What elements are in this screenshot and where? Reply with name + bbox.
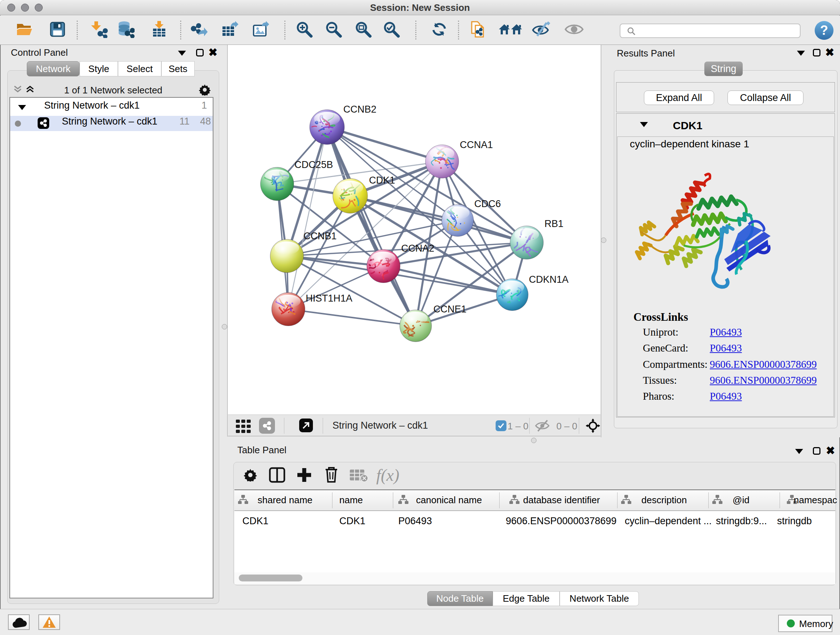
- svg-text:CCNA2: CCNA2: [401, 243, 434, 254]
- svg-text:CCNB2: CCNB2: [343, 104, 377, 115]
- svg-text:CDC25B: CDC25B: [294, 159, 333, 170]
- svg-text:CCNA1: CCNA1: [460, 139, 493, 150]
- svg-text:CDK1: CDK1: [369, 175, 395, 186]
- svg-text:CCNB1: CCNB1: [303, 231, 337, 241]
- svg-text:CCNE1: CCNE1: [433, 304, 467, 315]
- svg-text:HIST1H1A: HIST1H1A: [306, 293, 352, 304]
- svg-text:CDKN1A: CDKN1A: [529, 274, 569, 285]
- svg-text:CDC6: CDC6: [474, 198, 501, 209]
- svg-text:RB1: RB1: [545, 218, 564, 229]
